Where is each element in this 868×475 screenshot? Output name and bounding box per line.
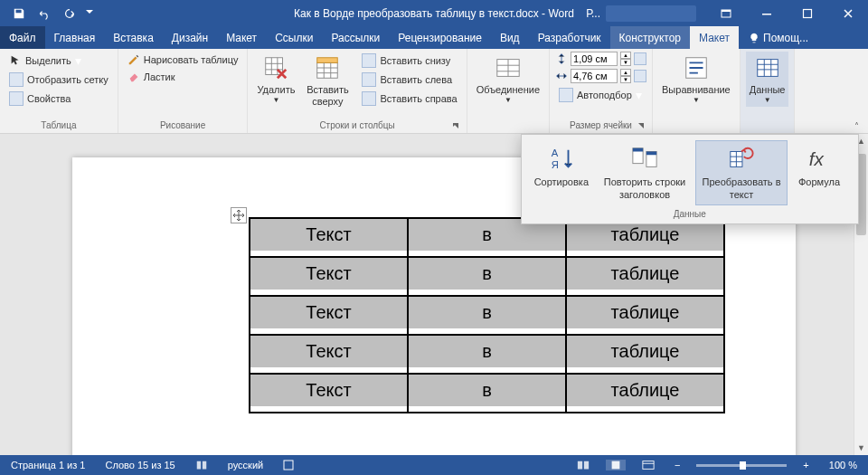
tab-mailings[interactable]: Рассылки bbox=[322, 26, 389, 49]
row-height-up[interactable]: ▲ bbox=[620, 52, 631, 59]
merge-label: Объединение bbox=[476, 84, 540, 96]
tab-table-layout[interactable]: Макет bbox=[690, 26, 739, 49]
insert-below-button[interactable]: Вставить снизу bbox=[358, 52, 460, 70]
table-row[interactable]: Текствтаблице bbox=[250, 257, 724, 296]
print-layout-button[interactable] bbox=[606, 460, 626, 470]
row-height-input[interactable] bbox=[571, 52, 618, 66]
zoom-slider[interactable] bbox=[696, 464, 787, 467]
table-cell[interactable]: Текст bbox=[250, 218, 408, 257]
ribbon-display-options-button[interactable] bbox=[705, 0, 746, 26]
insert-left-button[interactable]: Вставить слева bbox=[358, 71, 460, 89]
insert-above-button[interactable]: Вставить сверху bbox=[298, 52, 356, 109]
lightbulb-icon bbox=[749, 33, 760, 43]
insert-right-label: Вставить справа bbox=[380, 93, 457, 104]
tab-developer[interactable]: Разработчик bbox=[529, 26, 610, 49]
data-button[interactable]: Данные ▼ bbox=[746, 52, 789, 107]
formula-button[interactable]: fx Формула bbox=[788, 140, 851, 205]
word-table[interactable]: ТекствтаблицеТекствтаблицеТекствтаблицеТ… bbox=[249, 217, 725, 413]
insert-above-label: Вставить сверху bbox=[302, 84, 353, 108]
read-mode-button[interactable] bbox=[573, 460, 593, 470]
row-height-icon bbox=[555, 52, 568, 65]
scroll-down-button[interactable]: ▼ bbox=[854, 441, 868, 455]
col-width-input[interactable] bbox=[571, 69, 618, 83]
col-width-down[interactable]: ▼ bbox=[620, 76, 631, 83]
dropdown-icon: ▼ bbox=[693, 96, 700, 105]
tab-layout[interactable]: Макет bbox=[217, 26, 266, 49]
word-count-status[interactable]: Слово 15 из 15 bbox=[101, 460, 178, 470]
eraser-button[interactable]: Ластик bbox=[124, 69, 242, 85]
properties-button[interactable]: Свойства bbox=[5, 90, 112, 108]
collapse-ribbon-button[interactable]: ˄ bbox=[854, 121, 859, 131]
table-cell[interactable]: таблице bbox=[566, 257, 724, 296]
tab-insert[interactable]: Вставка bbox=[104, 26, 163, 49]
tab-references[interactable]: Ссылки bbox=[266, 26, 322, 49]
merge-button[interactable]: Объединение ▼ bbox=[473, 52, 543, 107]
alignment-label: Выравнивание bbox=[662, 84, 731, 96]
row-height-down[interactable]: ▼ bbox=[620, 59, 631, 66]
rows-cols-launcher[interactable] bbox=[450, 120, 461, 131]
table-cell[interactable]: в bbox=[408, 257, 566, 296]
svg-rect-19 bbox=[612, 461, 620, 470]
distribute-rows-button[interactable] bbox=[634, 52, 646, 65]
insert-below-icon bbox=[362, 53, 376, 68]
tab-file[interactable]: Файл bbox=[0, 26, 45, 49]
ribbon-tabs: Файл Главная Вставка Дизайн Макет Ссылки… bbox=[0, 26, 868, 49]
title-bar: Как в Ворде преобразовать таблицу в текс… bbox=[0, 0, 868, 26]
table-row[interactable]: Текствтаблице bbox=[250, 335, 724, 374]
table-cell[interactable]: Текст bbox=[250, 296, 408, 335]
zoom-out-button[interactable]: − bbox=[671, 460, 684, 470]
group-draw: Нарисовать таблицу Ластик Рисование bbox=[118, 49, 249, 133]
table-cell[interactable]: Текст bbox=[250, 257, 408, 296]
macro-status[interactable] bbox=[279, 460, 297, 470]
tab-table-design[interactable]: Конструктор bbox=[610, 26, 690, 49]
distribute-cols-button[interactable] bbox=[634, 70, 646, 82]
page-number-status[interactable]: Страница 1 из 1 bbox=[7, 460, 89, 470]
qat-customize-button[interactable] bbox=[83, 4, 96, 24]
save-button[interactable] bbox=[7, 4, 31, 24]
delete-button[interactable]: Удалить ▼ bbox=[253, 52, 298, 107]
spellcheck-status[interactable] bbox=[192, 459, 212, 471]
view-gridlines-button[interactable]: Отобразить сетку bbox=[5, 71, 112, 89]
table-move-handle[interactable] bbox=[231, 207, 247, 223]
autofit-button[interactable]: Автоподбор ▾ bbox=[555, 86, 646, 104]
table-cell[interactable]: в bbox=[408, 335, 566, 374]
table-row[interactable]: Текствтаблице bbox=[250, 374, 724, 413]
redo-button[interactable] bbox=[58, 4, 81, 24]
alignment-button[interactable]: Выравнивание ▼ bbox=[658, 52, 734, 107]
zoom-in-button[interactable]: + bbox=[799, 460, 812, 470]
tab-home[interactable]: Главная bbox=[45, 26, 105, 49]
tab-review[interactable]: Рецензирование bbox=[389, 26, 491, 49]
table-cell[interactable]: таблице bbox=[566, 296, 724, 335]
zoom-level[interactable]: 100 % bbox=[826, 460, 861, 470]
convert-to-text-button[interactable]: Преобразовать в текст bbox=[695, 140, 788, 205]
tab-help[interactable]: Помощ... bbox=[740, 26, 817, 49]
svg-rect-20 bbox=[643, 461, 654, 470]
tab-design[interactable]: Дизайн bbox=[163, 26, 217, 49]
table-cell[interactable]: в bbox=[408, 374, 566, 413]
cell-size-launcher[interactable] bbox=[636, 120, 646, 131]
col-width-up[interactable]: ▲ bbox=[620, 69, 631, 76]
zoom-slider-thumb[interactable] bbox=[740, 461, 746, 470]
table-cell[interactable]: Текст bbox=[250, 335, 408, 374]
group-rows-cols: Удалить ▼ Вставить сверху Вставить снизу… bbox=[248, 49, 467, 133]
insert-right-button[interactable]: Вставить справа bbox=[358, 90, 460, 108]
draw-table-button[interactable]: Нарисовать таблицу bbox=[124, 52, 242, 68]
table-cell[interactable]: в bbox=[408, 296, 566, 335]
web-layout-button[interactable] bbox=[638, 460, 658, 470]
close-window-button[interactable] bbox=[827, 0, 868, 26]
sort-button[interactable]: АЯ Сортировка bbox=[529, 140, 594, 205]
repeat-header-button[interactable]: Повторить строки заголовков bbox=[594, 140, 695, 205]
account-name-obscured[interactable] bbox=[606, 5, 696, 22]
table-cell[interactable]: таблице bbox=[566, 374, 724, 413]
properties-icon bbox=[9, 91, 24, 106]
table-cell[interactable]: таблице bbox=[566, 335, 724, 374]
maximize-button[interactable] bbox=[787, 0, 827, 26]
undo-button[interactable] bbox=[33, 4, 56, 24]
profile-short[interactable]: Р... bbox=[586, 7, 600, 20]
minimize-button[interactable] bbox=[746, 0, 787, 26]
table-row[interactable]: Текствтаблице bbox=[250, 296, 724, 335]
language-status[interactable]: русский bbox=[224, 460, 267, 470]
select-button[interactable]: Выделить ▾ bbox=[5, 52, 112, 70]
table-cell[interactable]: Текст bbox=[250, 374, 408, 413]
tab-view[interactable]: Вид bbox=[491, 26, 529, 49]
